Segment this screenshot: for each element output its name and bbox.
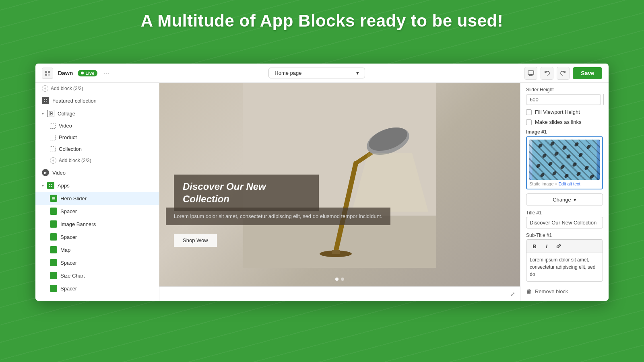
subtitle-content[interactable]: Lorem ipsum dolor sit amet, consectetur … (526, 253, 603, 281)
monitor-icon[interactable] (524, 67, 537, 80)
hero-title-text: Discover Our New Collection (183, 180, 310, 205)
svg-rect-17 (49, 186, 50, 187)
make-slides-checkbox[interactable] (526, 119, 532, 125)
sidebar-item-tabs[interactable]: Tabs (35, 295, 159, 298)
shop-now-button[interactable]: Shop Wow (174, 234, 217, 247)
svg-rect-16 (51, 184, 52, 185)
redo-button[interactable] (557, 67, 570, 80)
slider-height-spinner: ▲ ▼ (603, 94, 604, 105)
hero-image-container: Discover Our New Collection Lorem ipsum … (159, 83, 520, 286)
apps-chevron: ▾ (42, 183, 44, 188)
svg-point-46 (547, 161, 553, 167)
size-chart-icon (50, 272, 57, 279)
svg-rect-2 (45, 74, 47, 76)
slider-height-input[interactable] (526, 94, 601, 105)
svg-rect-3 (48, 74, 50, 76)
add-block-1[interactable]: + Add block (3/3) (35, 83, 159, 94)
change-btn-label: Change (553, 197, 571, 203)
sidebar-item-spacer1[interactable]: Spacer (35, 205, 159, 218)
svg-rect-15 (49, 184, 50, 185)
title-section: Title #1 (526, 210, 603, 228)
svg-point-41 (541, 153, 547, 158)
theme-name: Dawn (58, 70, 73, 76)
svg-point-40 (586, 144, 591, 150)
sidebar-item-hero-slider[interactable]: Hero Slider (35, 192, 159, 205)
slider-height-row: ▲ ▼ (526, 94, 603, 105)
make-slides-row: Make slides as links (526, 119, 603, 125)
fill-viewport-checkbox[interactable] (526, 109, 532, 115)
svg-point-48 (572, 162, 577, 167)
bold-button[interactable]: B (530, 241, 539, 251)
sidebar-item-size-chart[interactable]: Size Chart (35, 269, 159, 282)
size-chart-label: Size Chart (60, 273, 85, 279)
canvas-scrollable: Discover Our New Collection Lorem ipsum … (159, 83, 520, 286)
expand-icon[interactable]: ⤢ (510, 291, 515, 297)
sidebar-item-apps[interactable]: ▾ Apps (35, 179, 159, 192)
page-selector[interactable]: Home page ▾ (268, 68, 365, 78)
sidebar-item-spacer4[interactable]: Spacer (35, 282, 159, 295)
subtitle-editor: B I Lorem ipsum dolor sit amet, consecte… (526, 239, 603, 282)
svg-point-49 (584, 165, 589, 171)
sidebar-item-spacer3[interactable]: Spacer (35, 256, 159, 269)
remove-block-label: Remove block (535, 288, 568, 294)
sidebar-item-image-banners[interactable]: Image Banners (35, 218, 159, 230)
undo-button[interactable] (541, 67, 553, 80)
video-sub-label: Video (59, 123, 72, 129)
fill-viewport-label: Fill Viewport Height (535, 109, 580, 115)
collage-icon (47, 110, 54, 117)
right-panel: Slider Height ▲ ▼ Fill Viewport Height (520, 83, 609, 301)
svg-rect-1 (48, 71, 50, 73)
subtitle-toolbar: B I (526, 240, 603, 253)
italic-button[interactable]: I (542, 241, 551, 251)
topbar: Dawn Live ··· Home page ▾ (35, 64, 609, 83)
sidebar-item-featured-collection[interactable]: Featured collection (35, 94, 159, 107)
slider-height-up[interactable]: ▲ (604, 94, 604, 99)
back-button[interactable] (42, 68, 53, 79)
link-button[interactable] (554, 241, 564, 251)
sidebar-item-spacer2[interactable]: Spacer (35, 230, 159, 243)
svg-rect-0 (45, 71, 47, 73)
sidebar-item-collage[interactable]: ▾ Collage (35, 107, 159, 120)
sidebar-item-video[interactable]: ▶ Video (35, 166, 159, 179)
hero-title-box: Discover Our New Collection (174, 175, 319, 211)
slider-height-label: Slider Height (526, 87, 603, 93)
sidebar-item-product[interactable]: Product (35, 132, 159, 143)
svg-point-50 (539, 172, 545, 178)
more-options-button[interactable]: ··· (103, 69, 109, 77)
collection-sub-label: Collection (59, 146, 82, 152)
svg-rect-13 (51, 112, 52, 113)
spacer3-label: Spacer (60, 260, 77, 266)
subtitle-label: Sub-Title #1 (526, 232, 603, 238)
spacer4-label: Spacer (60, 286, 77, 292)
save-button[interactable]: Save (573, 67, 602, 79)
map-label: Map (60, 247, 70, 253)
product-sub-label: Product (59, 134, 77, 140)
svg-point-42 (553, 151, 559, 156)
topbar-center: Home page ▾ (114, 68, 520, 78)
svg-rect-11 (46, 101, 47, 102)
sidebar-item-video-sub[interactable]: Video (35, 120, 159, 132)
sidebar-item-map[interactable]: Map (35, 243, 159, 256)
svg-point-38 (561, 145, 567, 150)
slider-dot-2[interactable] (341, 278, 344, 281)
change-button[interactable]: Change ▾ (526, 193, 603, 206)
apps-icon (47, 182, 54, 189)
fill-viewport-row: Fill Viewport Height (526, 109, 603, 115)
edit-alt-text-link[interactable]: Edit alt text (558, 181, 580, 186)
svg-point-43 (566, 154, 571, 159)
spacer2-label: Spacer (60, 234, 77, 240)
image-section: Image #1 (526, 129, 603, 189)
svg-rect-8 (44, 99, 45, 100)
slider-dot-1[interactable] (335, 278, 339, 281)
remove-block-row[interactable]: 🗑 Remove block (526, 286, 603, 294)
svg-rect-10 (44, 101, 45, 102)
title-input[interactable] (526, 217, 603, 228)
slider-height-down[interactable]: ▼ (604, 99, 604, 105)
image-preview-inner (529, 140, 600, 180)
svg-rect-20 (52, 197, 55, 199)
svg-point-54 (589, 174, 594, 179)
sidebar-item-collection[interactable]: Collection (35, 143, 159, 155)
svg-point-51 (551, 171, 557, 176)
spacer2-icon (50, 233, 57, 241)
add-block-2[interactable]: + Add block (3/3) (35, 155, 159, 166)
